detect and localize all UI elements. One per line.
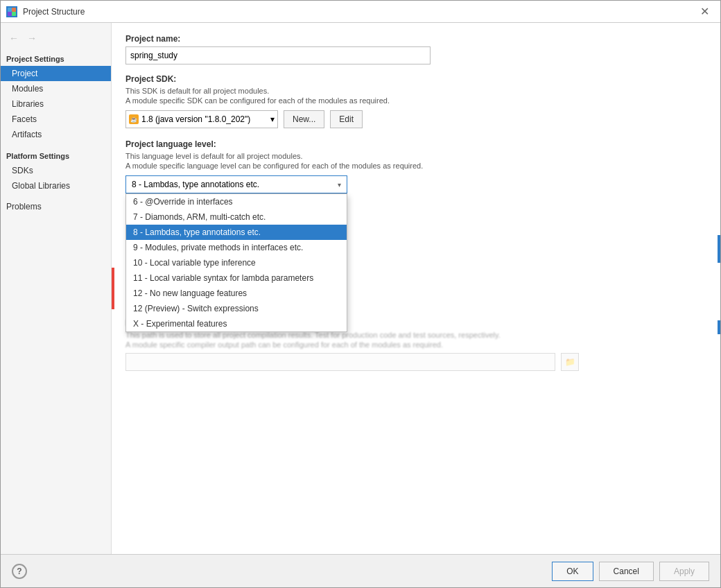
title-bar-left: Project Structure — [6, 6, 85, 17]
sdk-row: ☕ 1.8 (java version "1.8.0_202") ▾ New..… — [125, 110, 706, 128]
language-level-label: Project language level: — [125, 139, 706, 149]
edit-sdk-button[interactable]: Edit — [330, 110, 363, 128]
new-sdk-button[interactable]: New... — [284, 110, 324, 128]
language-dropdown-container: 8 - Lambdas, type annotations etc. ▾ 6 -… — [125, 175, 706, 193]
sdk-value: 1.8 (java version "1.8.0_202") — [141, 114, 250, 124]
svg-rect-1 — [12, 8, 16, 12]
language-selected-value: 8 - Lambdas, type annotations etc. — [132, 180, 259, 189]
back-button[interactable]: ← — [6, 31, 21, 45]
right-accent-bottom — [718, 320, 720, 334]
dropdown-item-8[interactable]: X - Experimental features — [126, 316, 347, 331]
project-name-input[interactable] — [125, 46, 431, 64]
sidebar-item-sdks[interactable]: SDKs — [1, 163, 111, 178]
browse-folder-button[interactable]: 📁 — [561, 353, 579, 371]
forward-button[interactable]: → — [24, 31, 40, 45]
title-bar: Project Structure ✕ — [1, 1, 720, 23]
project-structure-window: Project Structure ✕ ← → Project Settings… — [0, 0, 721, 588]
dropdown-item-2[interactable]: 8 - Lambdas, type annotations etc. — [126, 225, 347, 240]
sdk-hint1: This SDK is default for all project modu… — [125, 87, 706, 95]
window-title: Project Structure — [23, 7, 85, 17]
svg-rect-3 — [12, 12, 16, 16]
ok-button[interactable]: OK — [552, 562, 593, 581]
content-area: ← → Project Settings Project Modules Lib… — [1, 23, 720, 554]
sidebar-item-problems[interactable]: Problems — [1, 193, 111, 214]
project-settings-header: Project Settings — [1, 51, 111, 66]
dropdown-item-1[interactable]: 7 - Diamonds, ARM, multi-catch etc. — [126, 209, 347, 225]
language-dropdown-menu: 6 - @Override in interfaces 7 - Diamonds… — [125, 193, 347, 332]
compiler-hint2: A module specific compiler output path c… — [125, 340, 706, 349]
sdk-hint2: A module specific SDK can be configured … — [125, 96, 706, 105]
platform-settings-header: Platform Settings — [1, 148, 111, 163]
dropdown-item-3[interactable]: 9 - Modules, private methods in interfac… — [126, 240, 347, 255]
svg-rect-0 — [8, 8, 12, 12]
project-sdk-label: Project SDK: — [125, 74, 706, 84]
bottom-buttons: OK Cancel Apply — [552, 562, 709, 581]
nav-controls: ← → — [1, 28, 111, 51]
dropdown-item-4[interactable]: 10 - Local variable type inference — [126, 255, 347, 270]
right-accent-top — [718, 235, 720, 263]
close-button[interactable]: ✕ — [695, 2, 715, 21]
dropdown-item-5[interactable]: 11 - Local variable syntax for lambda pa… — [126, 270, 347, 286]
cancel-button[interactable]: Cancel — [599, 562, 654, 581]
sidebar-item-global-libraries[interactable]: Global Libraries — [1, 178, 111, 193]
lang-hint1: This language level is default for all p… — [125, 152, 706, 160]
dropdown-item-6[interactable]: 12 - No new language features — [126, 286, 347, 301]
app-icon — [6, 6, 17, 17]
apply-button[interactable]: Apply — [659, 562, 709, 581]
sidebar-item-artifacts[interactable]: Artifacts — [1, 127, 111, 142]
project-name-label: Project name: — [125, 34, 706, 44]
language-dropdown-trigger[interactable]: 8 - Lambdas, type annotations etc. ▾ — [125, 175, 347, 193]
sidebar-item-project[interactable]: Project — [1, 66, 111, 81]
bottom-bar: ? OK Cancel Apply — [1, 554, 720, 587]
compiler-output-path[interactable] — [125, 353, 555, 371]
sidebar: ← → Project Settings Project Modules Lib… — [1, 23, 112, 554]
main-content: Project name: Project SDK: This SDK is d… — [112, 23, 720, 554]
left-accent — [112, 268, 114, 309]
dropdown-item-7[interactable]: 12 (Preview) - Switch expressions — [126, 301, 347, 316]
dropdown-item-0[interactable]: 6 - @Override in interfaces — [126, 194, 347, 209]
sdk-chevron-icon: ▾ — [270, 114, 275, 124]
sidebar-item-libraries[interactable]: Libraries — [1, 96, 111, 112]
svg-rect-2 — [8, 12, 12, 16]
folder-icon: 📁 — [565, 357, 575, 367]
output-path-row: 📁 — [125, 353, 706, 371]
sidebar-item-modules[interactable]: Modules — [1, 81, 111, 96]
sidebar-item-facets[interactable]: Facets — [1, 112, 111, 127]
sdk-dropdown[interactable]: ☕ 1.8 (java version "1.8.0_202") ▾ — [125, 110, 278, 128]
help-button[interactable]: ? — [12, 564, 27, 579]
lang-hint2: A module specific language level can be … — [125, 162, 706, 170]
dropdown-arrow-icon: ▾ — [338, 181, 341, 189]
sdk-icon: ☕ — [129, 114, 139, 124]
